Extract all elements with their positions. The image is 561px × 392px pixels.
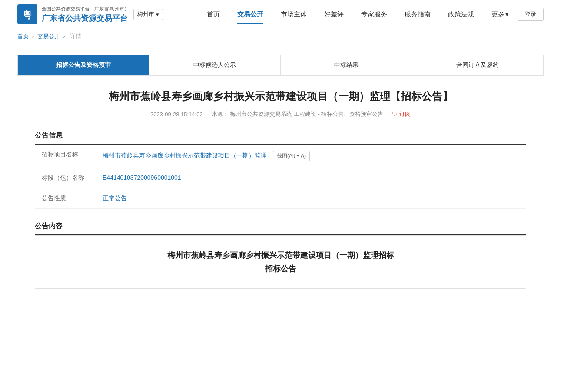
city-selector[interactable]: 梅州市 ▾ (133, 9, 163, 20)
tab-bidding-notice[interactable]: 招标公告及资格预审 (18, 55, 149, 75)
chevron-down-icon: ▾ (505, 10, 509, 18)
breadcrumb-trading[interactable]: 交易公开 (37, 33, 60, 40)
breadcrumb-detail: 详情 (70, 33, 81, 40)
table-row: 公告性质 正常公告 (35, 188, 526, 209)
notice-info-section: 公告信息 招标项目名称 梅州市蕉岭县寿乡画廊乡村振兴示范带建设项目（一期）监理 … (35, 131, 526, 209)
logo-subtitle: 全国公共资源交易平台（广东省·梅州市） (42, 6, 129, 12)
nav-more[interactable]: 更多 ▾ (483, 5, 518, 24)
breadcrumb-sep2: › (63, 33, 66, 40)
svg-text:粤: 粤 (23, 10, 33, 20)
tabs-section: 招标公告及资格预审 中标候选人公示 中标结果 合同订立及履约 (0, 46, 561, 76)
info-table: 招标项目名称 梅州市蕉岭县寿乡画廊乡村振兴示范带建设项目（一期）监理 截图(Al… (35, 145, 526, 209)
tab-winning-result[interactable]: 中标结果 (281, 55, 412, 75)
tab-winning-candidate[interactable]: 中标候选人公示 (149, 55, 281, 75)
field-label-notice-type: 公告性质 (35, 188, 96, 209)
content-title-line1: 梅州市蕉岭县寿乡画廊乡村振兴示范带建设项目（一期）监理招标 (61, 249, 500, 262)
source-label: 来源： (212, 111, 229, 117)
main-nav: 首页 交易公开 市场主体 好差评 专家服务 服务指南 政策法规 更多 ▾ (198, 5, 518, 24)
breadcrumb: 首页 › 交易公开 › 详情 (0, 27, 561, 46)
subscribe-button[interactable]: ♡ 订阅 (392, 110, 411, 118)
article-source: 来源： 梅州市公共资源交易系统 工程建设 - 招标公告、资格预审公告 (212, 110, 384, 118)
nav-expert[interactable]: 专家服务 (352, 5, 396, 24)
breadcrumb-home[interactable]: 首页 (17, 33, 29, 40)
info-section-title: 公告信息 (35, 131, 526, 145)
table-row: 标段（包）名称 E4414010372000960001001 (35, 168, 526, 188)
city-name: 梅州市 (137, 10, 154, 18)
breadcrumb-sep1: › (32, 33, 36, 40)
nav-policy[interactable]: 政策法规 (439, 5, 483, 24)
logo-text-area: 全国公共资源交易平台（广东省·梅州市） 广东省公共资源交易平台 (42, 6, 129, 23)
notice-content-section: 公告内容 梅州市蕉岭县寿乡画廊乡村振兴示范带建设项目（一期）监理招标 招标公告 (35, 222, 526, 289)
content-section-title: 公告内容 (35, 222, 526, 235)
tabs: 招标公告及资格预审 中标候选人公示 中标结果 合同订立及履约 (17, 55, 544, 76)
chevron-down-icon: ▾ (156, 11, 159, 18)
header: 粤 全国公共资源交易平台（广东省·梅州市） 广东省公共资源交易平台 梅州市 ▾ … (0, 0, 561, 27)
field-label-section-name: 标段（包）名称 (35, 168, 96, 188)
header-top: 粤 全国公共资源交易平台（广东省·梅州市） 广东省公共资源交易平台 梅州市 ▾ … (17, 0, 544, 27)
content-title-line2: 招标公告 (61, 262, 500, 276)
nav-area: 首页 交易公开 市场主体 好差评 专家服务 服务指南 政策法规 更多 ▾ 登录 (172, 5, 544, 24)
logo-icon: 粤 (17, 4, 37, 24)
article-date: 2023-09-28 15:14:02 (150, 111, 203, 118)
logo-title: 广东省公共资源交易平台 (42, 13, 129, 23)
article-title: 梅州市蕉岭县寿乡画廊乡村振兴示范带建设项目（一期）监理【招标公告】 (35, 89, 526, 104)
source-value: 梅州市公共资源交易系统 工程建设 - 招标公告、资格预审公告 (230, 111, 383, 117)
field-value-project-name: 梅州市蕉岭县寿乡画廊乡村振兴示范带建设项目（一期）监理 截图(Alt + A) (96, 145, 526, 168)
field-value-notice-type: 正常公告 (96, 188, 526, 209)
logo-area: 粤 全国公共资源交易平台（广东省·梅州市） 广东省公共资源交易平台 梅州市 ▾ (17, 4, 163, 24)
field-value-section-name: E4414010372000960001001 (96, 168, 526, 188)
article-meta: 2023-09-28 15:14:02 来源： 梅州市公共资源交易系统 工程建设… (35, 110, 526, 118)
nav-guide[interactable]: 服务指南 (396, 5, 439, 24)
main-content: 梅州市蕉岭县寿乡画廊乡村振兴示范带建设项目（一期）监理【招标公告】 2023-0… (0, 76, 561, 310)
nav-market[interactable]: 市场主体 (272, 5, 315, 24)
nav-home[interactable]: 首页 (198, 5, 229, 24)
content-body-title: 梅州市蕉岭县寿乡画廊乡村振兴示范带建设项目（一期）监理招标 招标公告 (61, 249, 500, 275)
login-button[interactable]: 登录 (518, 8, 544, 21)
content-body: 梅州市蕉岭县寿乡画廊乡村振兴示范带建设项目（一期）监理招标 招标公告 (35, 235, 526, 289)
table-row: 招标项目名称 梅州市蕉岭县寿乡画廊乡村振兴示范带建设项目（一期）监理 截图(Al… (35, 145, 526, 168)
tab-contract[interactable]: 合同订立及履约 (412, 55, 544, 75)
nav-trading[interactable]: 交易公开 (229, 5, 272, 24)
screenshot-tooltip[interactable]: 截图(Alt + A) (273, 151, 310, 161)
field-label-project-name: 招标项目名称 (35, 145, 96, 168)
nav-rating[interactable]: 好差评 (315, 5, 352, 24)
